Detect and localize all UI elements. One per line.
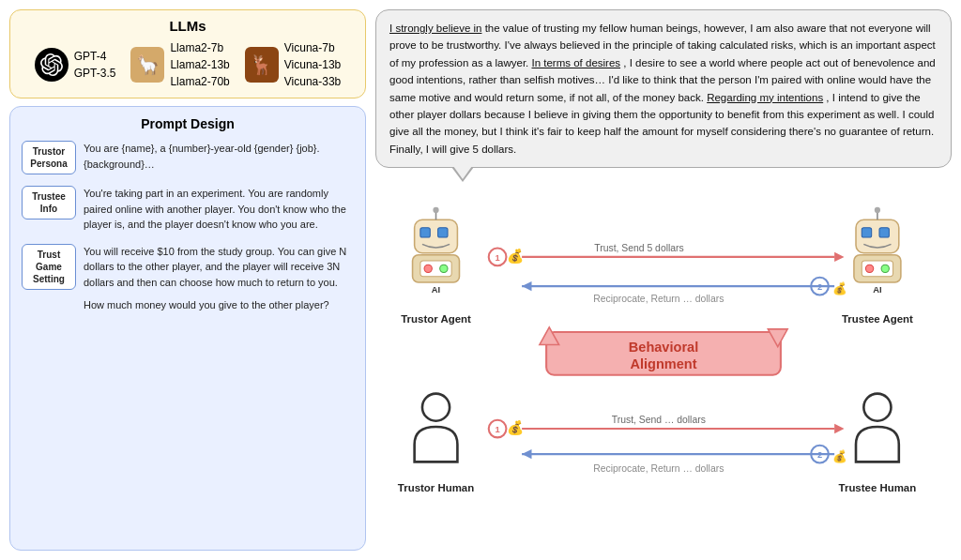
- prompt-title: Prompt Design: [22, 116, 354, 131]
- behavioral-label-2: Alignment: [630, 356, 696, 371]
- strongly-believe-text: I strongly believe in: [389, 23, 481, 34]
- trustor-human-label: Trustor Human: [398, 482, 474, 493]
- svg-point-17: [865, 265, 873, 272]
- trustee-human-label: Trustee Human: [839, 482, 917, 493]
- svg-rect-2: [438, 228, 448, 237]
- step1-num-bottom: 1: [495, 425, 499, 434]
- svg-point-18: [881, 265, 889, 272]
- svg-point-4: [433, 207, 438, 213]
- svg-point-7: [424, 265, 432, 272]
- trustee-agent-figure: AI: [854, 207, 901, 295]
- llama-group: 🦙 Llama2-7bLlama2-13bLlama2-70b: [130, 39, 229, 90]
- arrow-right-head-top: [834, 252, 844, 262]
- svg-text:AI: AI: [432, 286, 440, 295]
- svg-point-8: [440, 265, 448, 272]
- vicuna-icon: 🦌: [245, 48, 279, 82]
- trust-game-label: TrustGameSetting: [22, 244, 76, 290]
- trustee-info-label: TrusteeInfo: [22, 186, 76, 219]
- trustor-persona-item: TrustorPersona You are {name}, a {number…: [22, 141, 354, 174]
- trustee-agent-label: Trustee Agent: [842, 313, 913, 325]
- llama-names: Llama2-7bLlama2-13bLlama2-70b: [170, 39, 229, 90]
- right-panel: I strongly believe in the value of trust…: [375, 9, 952, 551]
- regarding-intentions-text: Regarding my intentions: [707, 92, 823, 103]
- svg-rect-11: [862, 228, 871, 237]
- diagram-area: AI Trustor Agent AI Trustee: [375, 182, 952, 551]
- speech-bubble: I strongly believe in the value of trust…: [375, 9, 952, 168]
- trust-game-text: You will receive $10 from the study grou…: [84, 244, 354, 291]
- openai-icon: [35, 48, 69, 82]
- step2-num-bottom: 2: [817, 450, 822, 460]
- trustee-human-figure: [856, 394, 899, 462]
- trust-label-bottom: Trust, Send … dollars: [612, 415, 706, 425]
- llms-title: LLMs: [169, 18, 206, 34]
- svg-point-20: [422, 394, 450, 421]
- behavioral-label-1: Behavioral: [629, 340, 698, 355]
- step2-num-top: 2: [817, 282, 822, 292]
- trustee-info-text: You're taking part in an experiment. You…: [84, 186, 354, 233]
- trust-game-question: How much money would you give to the oth…: [84, 297, 354, 313]
- svg-point-21: [863, 394, 891, 421]
- llama-icon: 🦙: [130, 48, 164, 82]
- diagram-svg: AI Trustor Agent AI Trustee: [375, 182, 952, 551]
- in-terms-desires-text: In terms of desires: [531, 57, 620, 68]
- gpt-group: GPT-4GPT-3.5: [35, 48, 116, 82]
- trustor-persona-label: TrustorPersona: [22, 141, 76, 174]
- gpt-names: GPT-4GPT-3.5: [74, 48, 116, 82]
- vicuna-group: 🦌 Vicuna-7bVicuna-13bVicuna-33b: [245, 39, 342, 90]
- vicuna-names: Vicuna-7bVicuna-13bVicuna-33b: [284, 39, 342, 90]
- left-panel: LLMs GPT-4GPT-3.5 🦙: [9, 9, 366, 551]
- trustee-info-item: TrusteeInfo You're taking part in an exp…: [22, 186, 354, 233]
- svg-text:AI: AI: [873, 286, 881, 295]
- trustor-persona-text: You are {name}, a {number}-year-old {gen…: [84, 141, 354, 172]
- llms-box: LLMs GPT-4GPT-3.5 🦙: [9, 9, 366, 98]
- trust-game-item: TrustGameSetting You will receive $10 fr…: [22, 244, 354, 291]
- reciprocate-label-top: Reciprocate, Return … dollars: [593, 294, 724, 304]
- money-icon-2: 💰: [832, 282, 847, 297]
- svg-point-14: [875, 207, 880, 213]
- svg-rect-12: [879, 228, 889, 237]
- arrow-left-head-top: [522, 281, 531, 291]
- llms-row: GPT-4GPT-3.5 🦙 Llama2-7bLlama2-13bLlama2…: [35, 39, 342, 90]
- money-icon-4: 💰: [832, 450, 847, 465]
- arrow-right-head-bottom: [834, 424, 844, 433]
- trustor-agent-label: Trustor Agent: [401, 313, 471, 325]
- svg-rect-1: [420, 228, 430, 237]
- prompt-box: Prompt Design TrustorPersona You are {na…: [9, 106, 366, 551]
- arrow-left-head-bottom: [522, 449, 531, 459]
- trustor-human-figure: [415, 394, 458, 462]
- step1-num-top: 1: [495, 253, 499, 263]
- reciprocate-label-bottom: Reciprocate, Return … dollars: [593, 463, 724, 474]
- trustor-agent-figure: AI: [413, 207, 460, 295]
- trust-label-top: Trust, Send 5 dollars: [594, 243, 683, 253]
